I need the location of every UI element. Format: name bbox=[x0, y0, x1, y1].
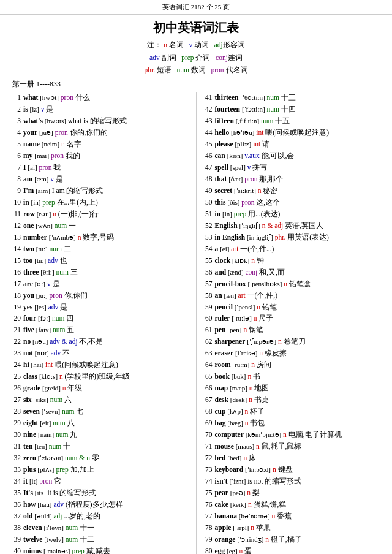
entry-phonetic: [ju:] bbox=[36, 292, 48, 299]
list-item: 47spell [spel] v 拼写 bbox=[199, 162, 385, 173]
entry-pos: v bbox=[47, 280, 51, 287]
entry-body: orange [ˈɔ:rindʒ] n 橙子,橘子 bbox=[215, 534, 385, 545]
entry-word: desk bbox=[215, 396, 228, 403]
entry-meaning: 杯子 bbox=[250, 408, 265, 415]
list-item: 43fifteen [ˌfifˈti:n] num 十五 bbox=[199, 115, 385, 127]
entry-pos: num bbox=[55, 222, 67, 229]
entry-phonetic: [ˈiŋgliʃ] bbox=[239, 222, 260, 229]
entry-number: 41 bbox=[199, 92, 213, 104]
entry-meaning: 梨 bbox=[252, 489, 260, 496]
list-item: 1what [hwɒt] pron 什么 bbox=[7, 92, 194, 104]
entry-pos: num bbox=[62, 408, 74, 415]
entry-meaning: 是 bbox=[60, 303, 67, 311]
entry-number: 77 bbox=[199, 510, 213, 522]
list-item: 22no [nəu] adv & adj 不,不是 bbox=[7, 336, 194, 347]
entry-pos: num bbox=[53, 326, 65, 333]
entry-number: 32 bbox=[7, 452, 21, 464]
entry-meaning: 它 bbox=[54, 477, 61, 485]
entry-pos: prep bbox=[56, 466, 68, 473]
entry-word: I bbox=[23, 164, 26, 171]
entry-word: it bbox=[23, 477, 28, 485]
entry-word: computer bbox=[215, 431, 244, 438]
entry-word: secret bbox=[215, 187, 233, 194]
entry-word: five bbox=[23, 326, 34, 333]
entry-word: are bbox=[23, 280, 33, 287]
entry-number: 28 bbox=[7, 406, 21, 417]
entry-number: 5 bbox=[7, 138, 21, 150]
entry-meaning: 是 bbox=[46, 105, 53, 113]
entry-meaning: 五 bbox=[67, 326, 74, 333]
entry-number: 30 bbox=[7, 429, 21, 441]
entry-body: grade [greid] n 年级 bbox=[23, 382, 194, 394]
list-item: 80egg [eg] n 蛋 bbox=[199, 545, 385, 554]
entry-meaning: 橙子,橘子 bbox=[271, 536, 302, 543]
entry-body: can [kæn] v.aux 能,可以,会 bbox=[215, 150, 385, 162]
entry-phonetic: [faiv] bbox=[36, 326, 51, 333]
entry-pos: adv bbox=[51, 349, 61, 357]
entry-phonetic: [iz] bbox=[30, 105, 39, 113]
entry-number: 16 bbox=[7, 267, 21, 278]
entry-body: fourteen [ˈfɔ:ti:n] num 十四 bbox=[215, 104, 385, 115]
entry-pos: n bbox=[247, 373, 251, 380]
entry-pos: n bbox=[258, 187, 262, 194]
entry-body: desk [desk] n 书桌 bbox=[215, 394, 385, 406]
entry-number: 57 bbox=[199, 278, 213, 290]
entry-number: 49 bbox=[199, 185, 213, 197]
list-item: 28seven [ˈsevn] num 七 bbox=[7, 406, 194, 417]
entry-meaning: 和,又,而 bbox=[259, 268, 285, 276]
entry-number: 3 bbox=[7, 115, 21, 127]
list-item: 49secret [ˈsi:krit] n 秘密 bbox=[199, 185, 385, 197]
list-item: 64room [ru:m] n 房间 bbox=[199, 359, 385, 371]
list-item: 11row [rəu] n (一)排,(一)行 bbox=[7, 208, 194, 220]
entry-number: 39 bbox=[7, 534, 21, 545]
list-item: 71mouse [maus] n 鼠,耗子,鼠标 bbox=[199, 441, 385, 452]
entry-phonetic: [kəmˈpju:tə] bbox=[246, 431, 282, 438]
entry-number: 54 bbox=[199, 243, 213, 255]
entry-meaning: 喂(问候或唤起注意) bbox=[55, 361, 118, 368]
legend-note: 注： bbox=[147, 41, 162, 48]
entry-word: a bbox=[215, 245, 219, 252]
list-item: 9I'm [aim] I am 的缩写形式 bbox=[7, 185, 194, 197]
entry-body: too [tu:] adv 也 bbox=[23, 255, 194, 267]
entry-meaning: (学校里的)班级,年级 bbox=[65, 373, 130, 380]
entry-body: six [siks] num 六 bbox=[23, 394, 194, 406]
entry-body: sharpener [ˈʃu:pənə] n 卷笔刀 bbox=[215, 336, 385, 347]
entry-phonetic: [əuld] bbox=[34, 512, 51, 520]
entry-meaning: 十三 bbox=[281, 94, 296, 101]
entry-meaning: 英语,英国人 bbox=[285, 222, 323, 229]
list-item: 48that [ðæt] pron 那,那个 bbox=[199, 173, 385, 185]
entry-number: 79 bbox=[199, 534, 213, 545]
list-item: 50this [ðis] pron 这,这个 bbox=[199, 197, 385, 208]
entry-word: plus bbox=[23, 466, 36, 473]
entry-phonetic: [iˈreisə] bbox=[235, 349, 257, 357]
entry-meaning: 房间 bbox=[257, 361, 271, 368]
entry-body: bag [bæg] n 书包 bbox=[215, 417, 385, 429]
entry-meaning: 十二 bbox=[80, 536, 94, 543]
list-item: 52English [ˈiŋgliʃ] n & adj 英语,英国人 bbox=[199, 220, 385, 232]
list-item: 24hi [hai] int 喂(问候或唤起注意) bbox=[7, 359, 194, 371]
entry-body: computer [kəmˈpju:tə] n 电脑,电子计算机 bbox=[215, 429, 385, 441]
entry-body: no [nəu] adv & adj 不,不是 bbox=[23, 336, 194, 347]
entry-body: twelve [twelv] num 十二 bbox=[23, 534, 194, 545]
entry-pos: art bbox=[231, 245, 238, 252]
list-item: 76cake [keik] n 蛋糕,饼,糕 bbox=[199, 499, 385, 510]
entry-word: this bbox=[215, 199, 226, 206]
entry-phonetic: [in] bbox=[222, 210, 232, 218]
entry-meaning: 是 bbox=[53, 280, 60, 287]
entry-body: class [klɑ:s] n (学校里的)班级,年级 bbox=[23, 371, 194, 382]
entry-pos: adv bbox=[53, 501, 64, 508]
entry-body: your [juə] pron 你的,你们的 bbox=[23, 127, 194, 138]
entry-word: pencil bbox=[215, 303, 233, 311]
entry-meaning: 拼写 bbox=[252, 164, 267, 171]
entry-pos: adv bbox=[48, 257, 58, 264]
entry-body: not [nɒt] adv 不 bbox=[23, 347, 194, 359]
entry-phonetic: [ˈpenslbɒks] bbox=[248, 280, 282, 287]
entry-number: 61 bbox=[199, 324, 213, 336]
entry-meaning: 一(个,件,) bbox=[247, 292, 277, 299]
entry-word: map bbox=[215, 384, 228, 392]
list-item: 29eight [eit] num 八 bbox=[7, 417, 194, 429]
page-header: 英语词汇 2182 个 25 页 bbox=[0, 0, 392, 15]
list-item: 40minus [ˈmainəs] prep 减,减去 bbox=[7, 545, 194, 554]
entry-pos: n & adj bbox=[262, 222, 284, 229]
legend-conj: conj bbox=[216, 54, 228, 61]
